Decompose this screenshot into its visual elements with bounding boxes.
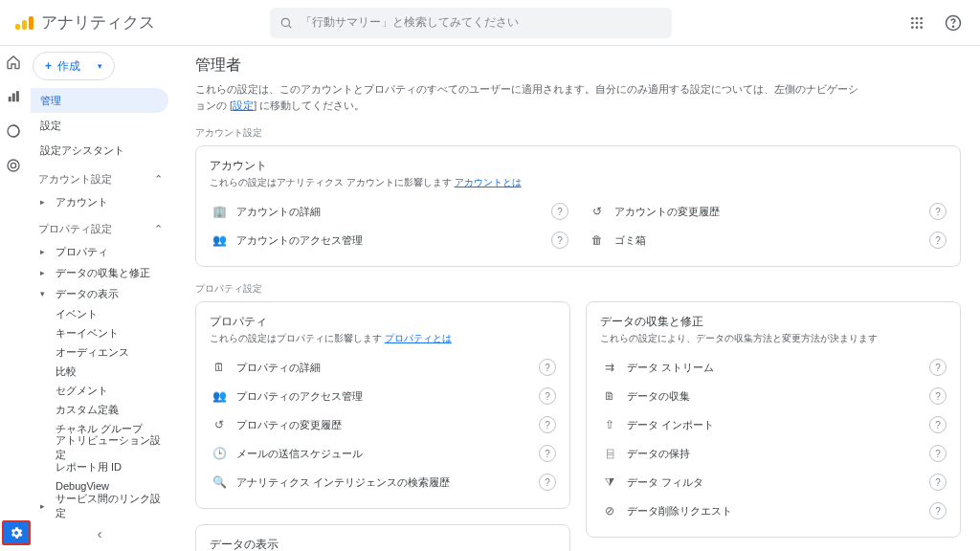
svg-line-1 (289, 25, 292, 28)
row-account-details[interactable]: 🏢アカウントの詳細? (210, 197, 568, 226)
row-trash[interactable]: 🗑ゴミ箱? (588, 226, 947, 254)
side-leaf-events[interactable]: イベント (31, 304, 168, 323)
svg-point-4 (920, 17, 923, 20)
chevron-right-icon: ▸ (40, 247, 52, 256)
chevron-up-icon: ⌃ (154, 223, 163, 235)
people-icon: 👥 (210, 389, 229, 403)
row-data-retention[interactable]: ⌸データの保持? (600, 439, 947, 468)
svg-point-10 (920, 26, 923, 29)
stream-icon: ⇉ (600, 361, 619, 374)
create-button[interactable]: + 作成 ▾ (33, 52, 115, 80)
section-property-label: プロパティ設定 (195, 282, 961, 296)
help-icon[interactable]: ? (929, 203, 947, 220)
row-account-access[interactable]: 👥アカウントのアクセス管理? (210, 226, 568, 254)
row-data-collection[interactable]: 🗎データの収集? (600, 382, 947, 410)
side-leaf-reportid[interactable]: レポート用 ID (31, 457, 168, 476)
side-nav: + 作成 ▾ 管理 設定 設定アシスタント アカウント設定 ⌃ ▸アカウント プ… (27, 46, 176, 551)
side-leaf-keyevents[interactable]: キーイベント (31, 323, 168, 342)
side-sub-property[interactable]: ▸プロパティ (31, 241, 168, 262)
account-learn-link[interactable]: アカウントとは (455, 177, 522, 187)
svg-point-6 (916, 21, 919, 24)
chevron-right-icon: ▸ (40, 268, 52, 277)
side-leaf-segments[interactable]: セグメント (31, 381, 168, 400)
search-icon (279, 16, 293, 30)
side-sub-account[interactable]: ▸アカウント (31, 191, 168, 212)
help-icon[interactable]: ? (551, 203, 568, 220)
building-icon: 🏢 (210, 205, 229, 218)
card-data-collect: データの収集と修正 これらの設定により、データの収集方法と変更方法が決まります … (586, 301, 961, 538)
row-account-history[interactable]: ↺アカウントの変更履歴? (588, 197, 947, 226)
help-icon[interactable]: ? (929, 416, 947, 433)
doc-icon: 🗎 (600, 389, 619, 403)
search-placeholder: 「行動サマリー」と検索してみてください (301, 14, 519, 31)
side-leaf-custom[interactable]: カスタム定義 (31, 400, 168, 419)
row-data-delete[interactable]: ⊘データ削除リクエスト? (600, 496, 947, 525)
help-icon[interactable]: ? (539, 474, 556, 491)
help-icon[interactable]: ? (539, 445, 556, 462)
page-desc: これらの設定は、このアカウントとプロパティのすべてのユーザーに適用されます。自分… (195, 81, 865, 113)
row-data-filter[interactable]: ⧩データ フィルタ? (600, 468, 947, 496)
help-icon[interactable]: ? (929, 359, 947, 376)
card-sub: これらの設定はアナリティクス アカウントに影響します アカウントとは (210, 176, 947, 189)
create-label: 作成 (57, 58, 80, 75)
side-leaf-compare[interactable]: 比較 (31, 362, 168, 381)
svg-point-7 (920, 21, 923, 24)
help-icon[interactable]: ? (929, 502, 947, 519)
svg-rect-13 (9, 97, 11, 101)
help-icon[interactable]: ? (539, 359, 556, 376)
chevron-down-icon: ▾ (98, 61, 102, 71)
help-icon[interactable]: ? (539, 416, 556, 433)
search-history-icon: 🔍 (210, 475, 229, 489)
svg-rect-15 (16, 91, 19, 101)
collapse-nav-button[interactable]: ‹ (98, 526, 102, 541)
chevron-up-icon: ⌃ (154, 173, 163, 186)
settings-link[interactable]: 設定 (233, 99, 254, 111)
apps-icon[interactable] (905, 11, 928, 34)
explore-icon[interactable] (5, 122, 22, 140)
side-sub-data-collect[interactable]: ▸データの収集と修正 (31, 262, 168, 283)
side-leaf-attrib[interactable]: アトリビューション設定 (31, 438, 168, 457)
side-group-property[interactable]: プロパティ設定 ⌃ (31, 216, 168, 241)
side-sub-data-display[interactable]: ▾データの表示 (31, 283, 168, 304)
home-icon[interactable] (5, 54, 22, 71)
svg-point-18 (11, 163, 15, 167)
filter-icon: ⧩ (600, 475, 619, 489)
help-icon[interactable]: ? (929, 445, 947, 462)
row-data-import[interactable]: ⇧データ インポート? (600, 410, 947, 439)
row-data-streams[interactable]: ⇉データ ストリーム? (600, 353, 947, 382)
card-data-display: データの表示 これらの設定により、データがレポート上にどのように表示されるかが決… (195, 524, 570, 551)
trash-icon: 🗑 (588, 233, 607, 247)
card-account: アカウント これらの設定はアナリティクス アカウントに影響します アカウントとは… (195, 145, 961, 267)
row-property-details[interactable]: 🗓プロパティの詳細? (210, 353, 556, 382)
help-icon[interactable]: ? (929, 231, 947, 249)
row-mail-schedule[interactable]: 🕒メールの送信スケジュール? (210, 439, 556, 468)
help-icon[interactable]: ? (929, 387, 947, 405)
side-group-account[interactable]: アカウント設定 ⌃ (31, 166, 168, 191)
advertising-icon[interactable] (5, 157, 22, 174)
row-property-history[interactable]: ↺プロパティの変更履歴? (210, 410, 556, 439)
history-icon: ↺ (210, 418, 229, 431)
side-sub-links[interactable]: ▸サービス間のリンク設定 (31, 496, 168, 517)
svg-point-17 (8, 160, 19, 171)
property-learn-link[interactable]: プロパティとは (385, 333, 452, 343)
sidebar-item-admin[interactable]: 管理 (31, 88, 168, 113)
help-icon[interactable] (942, 11, 965, 34)
db-icon: ⌸ (600, 447, 619, 460)
plus-icon: + (45, 59, 52, 73)
sidebar-item-setup-assistant[interactable]: 設定アシスタント (31, 138, 168, 163)
ga-logo (15, 16, 33, 30)
help-icon[interactable]: ? (551, 231, 568, 249)
clock-icon: 🕒 (210, 447, 229, 460)
help-icon[interactable]: ? (929, 474, 947, 491)
reports-icon[interactable] (5, 88, 22, 105)
search-input[interactable]: 「行動サマリー」と検索してみてください (270, 8, 672, 38)
row-search-history[interactable]: 🔍アナリティクス インテリジェンスの検索履歴? (210, 468, 556, 496)
row-property-access[interactable]: 👥プロパティのアクセス管理? (210, 382, 556, 410)
card-title: アカウント (210, 158, 947, 174)
svg-point-8 (911, 26, 914, 29)
svg-point-0 (281, 18, 289, 26)
chevron-right-icon: ▸ (40, 501, 52, 511)
sidebar-item-settings[interactable]: 設定 (31, 113, 168, 138)
help-icon[interactable]: ? (539, 387, 556, 405)
side-leaf-audiences[interactable]: オーディエンス (31, 342, 168, 362)
